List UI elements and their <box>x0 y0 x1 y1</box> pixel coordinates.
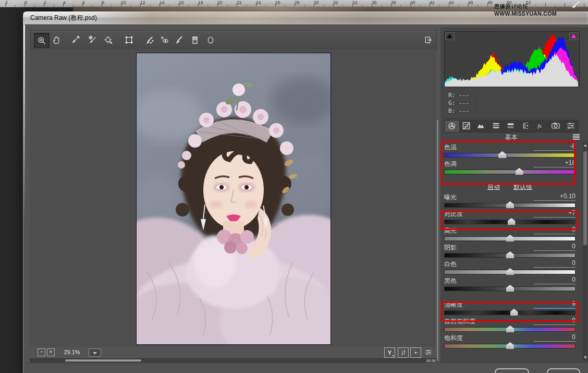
tab-basic[interactable] <box>444 120 460 132</box>
vibrance-thumb[interactable] <box>506 326 514 332</box>
slider-whites: 白色0 <box>444 259 575 275</box>
highlight-box-clarity <box>441 302 579 322</box>
highlight-box-white-balance <box>441 141 575 185</box>
tab-presets[interactable] <box>564 120 578 131</box>
slider-saturation: 饱和度0 <box>444 333 575 350</box>
shadows-value[interactable]: 0 <box>534 243 575 251</box>
whites-thumb[interactable] <box>506 268 514 275</box>
ruler-number: 20 <box>217 0 222 5</box>
ruler-number: 48 <box>487 0 492 5</box>
red-eye-tool[interactable] <box>157 33 172 47</box>
g-label: G: <box>448 100 455 106</box>
highlights-track[interactable] <box>444 236 575 241</box>
aperture-icon <box>447 121 457 131</box>
exposure-thumb[interactable] <box>506 201 514 208</box>
ruler-number: 6 <box>82 0 85 5</box>
eyedropper-icon <box>70 34 82 46</box>
exposure-track[interactable] <box>444 203 575 208</box>
ruler-number: 40 <box>410 0 415 5</box>
panel-scrollbar[interactable] <box>583 142 587 361</box>
panel-scroll-thumb[interactable] <box>583 151 587 245</box>
cancel-button[interactable] <box>547 368 580 373</box>
lens-icon <box>521 121 531 131</box>
zoom-in-button[interactable]: + <box>47 348 55 356</box>
color-sampler-tool[interactable] <box>85 33 100 47</box>
adjustment-brush-tool[interactable] <box>172 33 187 47</box>
tab-lens-corrections[interactable] <box>519 120 533 131</box>
ruler-number: 30 <box>314 0 318 5</box>
whites-value[interactable]: 0 <box>534 259 575 268</box>
zoom-level-dropdown[interactable] <box>89 348 101 357</box>
scroll-up-icon[interactable] <box>584 144 587 147</box>
exposure-value[interactable]: +0.10 <box>534 192 575 201</box>
shadow-clipping-toggle[interactable] <box>445 32 455 40</box>
panel-menu-icon[interactable] <box>573 134 580 140</box>
shadows-track[interactable] <box>444 253 575 258</box>
open-image-button[interactable] <box>495 368 529 373</box>
saturation-track[interactable] <box>444 344 575 348</box>
zoom-out-button[interactable]: − <box>38 348 45 356</box>
saturation-label: 饱和度 <box>444 334 463 343</box>
copy-settings-button[interactable] <box>410 347 421 358</box>
blacks-value[interactable]: 0 <box>534 276 575 284</box>
blacks-track[interactable] <box>444 286 575 291</box>
preview-mode-button[interactable]: Y <box>384 347 395 358</box>
tab-hsl-grayscale[interactable] <box>489 120 504 131</box>
blacks-thumb[interactable] <box>506 285 514 292</box>
ruler-number: 46 <box>468 0 473 5</box>
white-balance-tool[interactable] <box>69 33 83 47</box>
ruler-number: 34 <box>352 0 357 5</box>
brush-icon <box>174 34 185 46</box>
ruler-number: 24 <box>256 0 261 5</box>
preview-area[interactable] <box>30 50 436 346</box>
vibrance-track[interactable] <box>444 327 575 332</box>
preview-settings-button[interactable] <box>423 347 433 357</box>
swap-before-after-button[interactable] <box>398 347 409 358</box>
mixer-icon <box>424 348 433 356</box>
toggle-fullscreen-button[interactable] <box>421 33 435 47</box>
graduated-filter-tool[interactable] <box>188 33 202 47</box>
shadows-thumb[interactable] <box>506 251 514 258</box>
highlights-thumb[interactable] <box>506 235 514 242</box>
ruler-number: 4 <box>63 0 66 5</box>
ruler-number: 22 <box>237 0 241 5</box>
split-icon <box>506 121 516 131</box>
ruler-number: 42 <box>430 0 434 5</box>
rgb-divider-bottom <box>444 118 579 119</box>
transform-tool[interactable] <box>122 33 137 47</box>
brush-tool-icon <box>572 0 582 10</box>
zoom-level-value[interactable]: 29.1% <box>57 349 87 355</box>
tab-detail[interactable] <box>474 120 488 131</box>
highlight-clipping-toggle[interactable] <box>569 32 579 40</box>
spot-removal-tool[interactable] <box>143 33 157 47</box>
scroll-down-icon[interactable] <box>584 356 587 359</box>
shadows-label: 阴影 <box>444 243 457 252</box>
hscroll-thumb[interactable] <box>65 359 141 362</box>
zoom-tool[interactable] <box>34 33 50 48</box>
saturation-value[interactable]: 0 <box>534 333 575 342</box>
radial-filter-tool[interactable] <box>203 33 218 47</box>
whites-track[interactable] <box>444 270 575 274</box>
hscroll-right-arrow[interactable] <box>432 359 436 362</box>
ruler-number: 38 <box>391 0 396 5</box>
fx-icon: fx <box>536 121 546 131</box>
camera-icon <box>550 121 561 131</box>
copyleft-icon <box>412 348 420 357</box>
saturation-thumb[interactable] <box>506 342 514 349</box>
highlight-box-contrast <box>441 211 579 230</box>
slider-exposure: 曝光+0.10 <box>444 192 575 209</box>
tab-split-toning[interactable] <box>504 120 518 131</box>
hand-tool[interactable] <box>50 33 64 47</box>
svg-text:fx: fx <box>537 123 542 129</box>
hsl-icon <box>491 121 501 131</box>
ruler-number: 16 <box>179 0 183 5</box>
tab-effects[interactable]: fx <box>534 120 548 131</box>
hscroll-left-arrow[interactable] <box>426 359 431 362</box>
targeted-adjustment-tool[interactable] <box>101 33 116 47</box>
redeye-icon <box>159 34 170 46</box>
preview-vertical-scrollbar[interactable] <box>437 120 438 361</box>
tab-tone-curve[interactable] <box>459 120 474 131</box>
panel-tabs: fx <box>444 120 579 133</box>
histogram[interactable] <box>444 31 580 87</box>
tab-camera-calibration[interactable] <box>548 120 563 131</box>
